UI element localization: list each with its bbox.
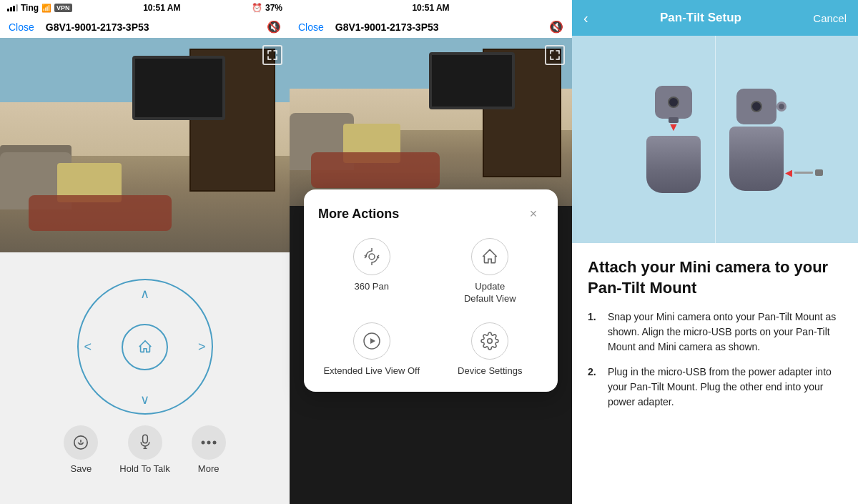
instruction-text-1: Snap your Mini camera onto your Pan-Tilt… xyxy=(608,310,842,355)
middle-header: Close G8V1-9001-2173-3P53 🔇 xyxy=(290,16,572,38)
modal-title: More Actions xyxy=(318,207,399,222)
left-camera-view xyxy=(0,38,290,252)
update-default-view-button[interactable]: UpdateDefault View xyxy=(437,238,544,305)
microphone-icon xyxy=(128,425,162,460)
extended-live-view-icon xyxy=(353,322,390,360)
svg-marker-10 xyxy=(370,338,375,344)
360-pan-button[interactable]: 360 Pan xyxy=(318,238,425,305)
instructions-list: 1. Snap your Mini camera onto your Pan-T… xyxy=(588,310,842,410)
left-close-button[interactable]: Close xyxy=(9,21,34,33)
left-status-bar: Ting 📶 VPN 10:51 AM ⏰ 37% xyxy=(0,0,290,16)
wifi-icon: 📶 xyxy=(41,4,51,13)
middle-device-id: G8V1-9001-2173-3P53 xyxy=(335,21,538,33)
mid-tv xyxy=(429,52,515,109)
carrier-label: Ting xyxy=(21,3,39,13)
cancel-button[interactable]: Cancel xyxy=(813,12,847,24)
instructions-title: Attach your Mini camera to your Pan-Tilt… xyxy=(588,257,842,298)
back-button[interactable]: ‹ xyxy=(583,10,588,26)
360-pan-label: 360 Pan xyxy=(355,281,389,293)
middle-mute-icon[interactable]: 🔇 xyxy=(549,20,563,34)
divider xyxy=(715,36,716,243)
battery-label: 37% xyxy=(265,3,282,13)
device-settings-label: Device Settings xyxy=(458,365,522,377)
more-actions-modal: More Actions × 360 Pan xyxy=(304,189,558,392)
left-device-id: G8V1-9001-2173-3P53 xyxy=(46,21,255,33)
update-default-view-icon xyxy=(471,238,508,275)
left-controls: ∧ ∨ < > Sav xyxy=(0,252,290,504)
time-label: 10:51 AM xyxy=(143,3,180,13)
instruction-item-1: 1. Snap your Mini camera onto your Pan-T… xyxy=(588,310,842,355)
right-header: ‹ Pan-Tilt Setup Cancel xyxy=(572,0,858,36)
bottom-actions: Save Hold To Talk xyxy=(64,425,225,474)
dpad-down-button[interactable]: ∨ xyxy=(140,392,149,407)
alarm-icon: ⏰ xyxy=(252,3,262,13)
pan-tilt-setup-title: Pan-Tilt Setup xyxy=(594,11,808,25)
dpad-home-button[interactable] xyxy=(122,324,168,370)
middle-time-label: 10:51 AM xyxy=(412,3,449,13)
middle-close-button[interactable]: Close xyxy=(298,21,324,33)
middle-camera-view xyxy=(290,38,572,206)
dpad-ring: ∧ ∨ < > xyxy=(77,279,213,415)
extended-live-view-label: Extended Live View Off xyxy=(323,365,420,377)
dpad-up-button[interactable]: ∧ xyxy=(140,286,149,302)
modal-close-button[interactable]: × xyxy=(523,204,543,224)
dpad-right-button[interactable]: > xyxy=(198,340,206,355)
hold-to-talk-button[interactable]: Hold To Talk xyxy=(119,425,169,474)
save-label: Save xyxy=(71,463,92,474)
more-button[interactable]: More xyxy=(192,425,226,474)
red-down-arrow: ▼ xyxy=(668,122,679,133)
svg-point-11 xyxy=(488,339,493,344)
middle-status-bar: 10:51 AM xyxy=(290,0,572,16)
more-label: More xyxy=(198,463,220,474)
middle-panel: 10:51 AM Close G8V1-9001-2173-3P53 🔇 Mor… xyxy=(290,0,572,504)
instruction-item-2: 2. Plug in the micro-USB from the power … xyxy=(588,365,842,410)
more-icon xyxy=(192,425,226,460)
vpn-badge: VPN xyxy=(54,4,72,12)
middle-expand-icon[interactable] xyxy=(545,45,565,65)
svg-point-6 xyxy=(369,254,375,260)
instruction-text-2: Plug in the micro-USB from the power ada… xyxy=(608,365,842,410)
device-settings-button[interactable]: Device Settings xyxy=(437,322,544,377)
svg-point-4 xyxy=(207,441,210,445)
extended-live-view-button[interactable]: Extended Live View Off xyxy=(318,322,425,377)
modal-actions-grid: 360 Pan UpdateDefault View xyxy=(318,238,543,377)
360-pan-icon xyxy=(353,238,390,275)
left-mute-icon[interactable]: 🔇 xyxy=(267,20,281,34)
signal-icon xyxy=(7,4,18,11)
attach-camera-illustration: ▼ xyxy=(646,86,701,193)
left-header: Close G8V1-9001-2173-3P53 🔇 xyxy=(0,16,290,38)
mid-rug xyxy=(311,152,440,188)
save-button[interactable]: Save xyxy=(64,425,98,474)
pan-tilt-illustration: ▼ ◀ xyxy=(572,36,858,243)
svg-rect-0 xyxy=(142,435,147,443)
expand-icon[interactable] xyxy=(262,45,282,65)
svg-point-5 xyxy=(212,441,216,445)
svg-point-3 xyxy=(201,441,204,445)
tv xyxy=(132,56,225,120)
save-icon xyxy=(64,425,98,460)
left-panel: Ting 📶 VPN 10:51 AM ⏰ 37% Close G8V1-900… xyxy=(0,0,290,504)
usb-cable-illustration: ◀ xyxy=(729,89,784,191)
hold-to-talk-label: Hold To Talk xyxy=(119,463,169,474)
pan-tilt-instructions: Attach your Mini camera to your Pan-Tilt… xyxy=(572,243,858,434)
update-default-view-label: UpdateDefault View xyxy=(464,281,516,305)
dpad-left-button[interactable]: < xyxy=(84,340,92,355)
device-settings-icon xyxy=(471,322,508,360)
red-right-arrow: ◀ xyxy=(785,167,792,178)
modal-header: More Actions × xyxy=(318,204,543,224)
dpad: ∧ ∨ < > xyxy=(74,275,217,418)
right-panel: ‹ Pan-Tilt Setup Cancel ▼ xyxy=(572,0,858,504)
rug xyxy=(29,195,172,231)
